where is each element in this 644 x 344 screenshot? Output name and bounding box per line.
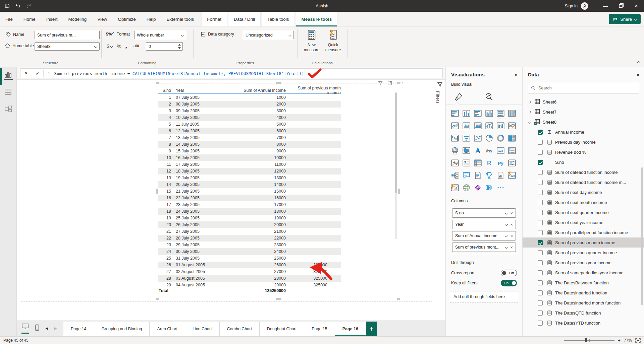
- menu-tab-file[interactable]: File: [0, 12, 18, 26]
- power-automate-icon[interactable]: [484, 183, 494, 193]
- data-field-row[interactable]: ΣAnnual Income: [523, 127, 644, 137]
- keep-all-filters-toggle[interactable]: On: [501, 280, 517, 286]
- python-visual-icon[interactable]: Py: [495, 158, 505, 168]
- paginated-report-icon[interactable]: [495, 170, 505, 180]
- pie-chart-icon[interactable]: [484, 133, 494, 143]
- table-row[interactable]: 208 July 20052000: [158, 101, 341, 108]
- zoom-slider[interactable]: [564, 340, 614, 341]
- data-field-row[interactable]: The Datesinperiod month function: [523, 298, 644, 308]
- field-checkbox[interactable]: [538, 311, 543, 316]
- commit-formula-icon[interactable]: ✓: [32, 70, 43, 76]
- field-checkbox[interactable]: [538, 210, 543, 215]
- context-tab-measure-tools[interactable]: Measure tools: [296, 12, 338, 26]
- table-row[interactable]: 1319 July 200513000: [158, 175, 341, 181]
- field-checkbox[interactable]: [538, 250, 543, 255]
- line-and-stacked-column-chart-icon[interactable]: [484, 121, 494, 131]
- account-avatar-icon[interactable]: [581, 2, 588, 10]
- field-checkbox[interactable]: [538, 290, 543, 295]
- table-view-icon[interactable]: [4, 88, 13, 96]
- chevron-down-icon[interactable]: [527, 121, 532, 123]
- zoom-out-icon[interactable]: -: [559, 338, 561, 343]
- add-drill-through-fields[interactable]: Add drill-through fields here: [450, 291, 518, 302]
- decomposition-tree-icon[interactable]: [450, 170, 460, 180]
- more-visuals-icon[interactable]: [495, 183, 505, 193]
- data-table-row-sheet7[interactable]: Sheet7: [523, 107, 644, 117]
- resize-handle-bottom-right[interactable]: [397, 298, 400, 300]
- table-row[interactable]: 1622 July 200516000: [158, 195, 341, 201]
- column-header-year[interactable]: Year: [173, 88, 237, 93]
- data-field-row[interactable]: Sum of next month income: [523, 197, 644, 207]
- field-well-pill[interactable]: Sum of Annual Income×: [452, 231, 516, 240]
- field-well-pill[interactable]: Sum of previous mont...×: [452, 243, 516, 252]
- gauge-icon[interactable]: [484, 145, 494, 155]
- menu-tab-modeling[interactable]: Modeling: [63, 12, 92, 26]
- chevron-down-icon[interactable]: [505, 222, 508, 226]
- page-tab-page-14[interactable]: Page 14: [63, 322, 94, 336]
- decimal-places-icon[interactable]: →.00: [131, 44, 139, 48]
- menu-tab-external-tools[interactable]: External tools: [161, 12, 199, 26]
- q-and-a-icon[interactable]: [461, 170, 471, 180]
- measure-name-input[interactable]: Sum of previous m...: [35, 31, 100, 39]
- context-tab-format[interactable]: Format: [201, 12, 227, 26]
- dax-formula[interactable]: Sum of previous month income = CALCULATE…: [54, 71, 304, 76]
- card-icon[interactable]: 123: [495, 145, 505, 155]
- scatter-chart-icon[interactable]: [473, 133, 483, 143]
- table-scrollbar[interactable]: [395, 92, 397, 239]
- data-field-row[interactable]: Sum of parallelperiod function income: [523, 227, 644, 237]
- collapse-data-pane-icon[interactable]: »: [637, 72, 639, 77]
- map-icon[interactable]: [450, 145, 460, 155]
- field-checkbox[interactable]: [538, 170, 543, 175]
- data-field-row[interactable]: S.no: [523, 157, 644, 167]
- line-chart-icon[interactable]: [450, 121, 460, 131]
- remove-field-icon[interactable]: ×: [510, 222, 513, 227]
- chevron-down-icon[interactable]: [505, 245, 508, 249]
- chevron-down-icon[interactable]: [505, 234, 508, 237]
- resize-handle-bottom-left[interactable]: [156, 298, 159, 300]
- table-row[interactable]: 1420 July 200514000: [158, 181, 341, 188]
- matrix-icon[interactable]: [473, 158, 483, 168]
- menu-tab-insert[interactable]: Insert: [41, 12, 63, 26]
- menu-tab-view[interactable]: View: [92, 12, 112, 26]
- column-header-annual-income[interactable]: Sum of Annual Income: [237, 88, 287, 93]
- field-checkbox[interactable]: [538, 270, 543, 275]
- remove-field-icon[interactable]: ×: [510, 245, 513, 250]
- resize-handle-bottom[interactable]: [276, 298, 281, 300]
- data-category-dropdown[interactable]: Uncategorized: [243, 31, 294, 39]
- table-row[interactable]: 2228 July 200522000: [158, 235, 341, 242]
- page-tab-page-16[interactable]: Page 16: [335, 322, 366, 336]
- stacked-column-chart-icon[interactable]: [461, 108, 471, 118]
- data-field-row[interactable]: Sum of next day income: [523, 187, 644, 197]
- previous-page-arrow-icon[interactable]: ◀: [45, 326, 48, 331]
- cancel-formula-icon[interactable]: ×: [20, 70, 32, 76]
- table-row[interactable]: 2127 July 200521000: [158, 228, 341, 235]
- table-row[interactable]: 2026 July 200520000: [158, 221, 341, 228]
- fit-to-page-icon[interactable]: [635, 338, 641, 343]
- spinner-down-icon[interactable]: [178, 47, 181, 49]
- column-header-sno[interactable]: S.no: [158, 88, 173, 93]
- field-checkbox[interactable]: [538, 300, 543, 305]
- model-view-icon[interactable]: [4, 105, 13, 113]
- table-row[interactable]: 2329 July 200523000: [158, 242, 341, 248]
- key-influencers-icon[interactable]: [507, 158, 517, 168]
- cross-report-toggle[interactable]: Off: [501, 270, 517, 276]
- currency-format-icon[interactable]: $: [107, 43, 113, 49]
- kpi-icon[interactable]: [450, 158, 460, 168]
- field-checkbox[interactable]: [538, 160, 543, 165]
- resize-handle-right[interactable]: [398, 189, 400, 194]
- desktop-layout-icon[interactable]: [21, 323, 29, 334]
- table-row[interactable]: 612 July 20056000: [158, 128, 341, 134]
- field-checkbox[interactable]: [538, 280, 543, 285]
- table-row[interactable]: 1117 July 200511000: [158, 161, 341, 168]
- pct-stacked-column-chart-icon[interactable]: [507, 108, 517, 118]
- menu-tab-home[interactable]: Home: [18, 12, 41, 26]
- smart-narrative-icon[interactable]: [473, 170, 483, 180]
- spinner-up-icon[interactable]: [178, 44, 181, 46]
- data-field-row[interactable]: Sum of previous month income: [523, 237, 644, 248]
- remove-field-icon[interactable]: ×: [510, 233, 513, 238]
- funnel-chart-icon[interactable]: [461, 133, 471, 143]
- table-row[interactable]: 410 July 20054000: [158, 114, 341, 121]
- zoom-in-icon[interactable]: +: [618, 338, 621, 343]
- resize-handle-top[interactable]: [276, 82, 281, 84]
- table-row[interactable]: 1218 July 200512000: [158, 168, 341, 175]
- percent-format-icon[interactable]: %: [117, 43, 121, 49]
